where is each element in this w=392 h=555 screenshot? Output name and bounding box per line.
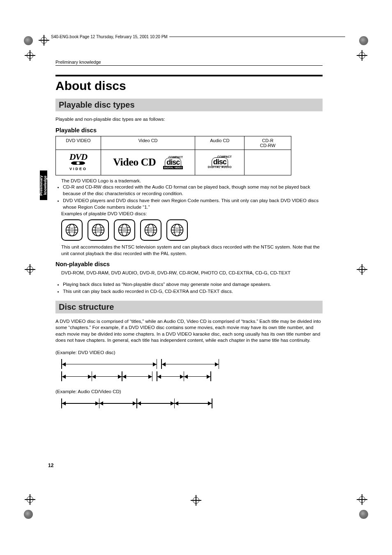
page-number: 12: [48, 463, 53, 468]
print-mark-circle-tr: [359, 36, 368, 45]
cd-structure-diagram: [61, 398, 323, 408]
notes-list-2: Playing back discs listed as “Non-playab…: [63, 281, 323, 295]
registration-mark-icon: [25, 264, 35, 275]
registration-mark-icon: [25, 494, 35, 505]
list-item: CD-R and CD-RW discs recorded with the A…: [63, 184, 323, 197]
registration-mark-icon: [39, 35, 49, 46]
intro-text: Playable and non-playable disc types are…: [55, 116, 323, 123]
dvd-structure-diagram: [61, 359, 323, 381]
region-globe-icon: [88, 219, 109, 241]
page-title: About discs: [55, 79, 323, 93]
list-item: Playing back discs listed as “Non-playab…: [63, 281, 323, 288]
compact-disc-digital-video-logo-icon: COMPACT disc DIGITAL VIDEO: [163, 156, 183, 169]
region-globe-icon: [61, 219, 83, 241]
table-header: Audio CD: [195, 136, 244, 150]
section-heading-structure: Disc structure: [55, 301, 323, 313]
nonplayable-list: DVD-ROM, DVD-RAM, DVD AUDIO, DVD-R, DVD-…: [61, 270, 323, 276]
example-label-2: (Example: Audio CD/Video CD): [55, 389, 323, 395]
region-globe-icon: [140, 219, 161, 241]
notes-list-1: CD-R and CD-RW discs recorded with the A…: [63, 184, 323, 210]
table-header: Video CD: [101, 136, 195, 150]
list-item: DVD VIDEO players and DVD discs have the…: [63, 198, 323, 210]
registration-mark-icon: [25, 50, 35, 61]
examples-label: Examples of playable DVD VIDEO discs:: [61, 211, 323, 216]
title-rule: [55, 75, 323, 76]
region-globe-icon: [114, 219, 135, 241]
table-header: DVD VIDEO: [56, 136, 101, 150]
running-head: Preliminary knowledge: [55, 60, 323, 66]
table-cell-cdr: [244, 150, 291, 175]
side-tab: Preliminary knowledge: [40, 170, 47, 200]
table-header: CD-R CD-RW: [244, 136, 291, 150]
dvd-video-logo-icon: DVD VIDEO: [69, 153, 87, 171]
playable-discs-heading: Playable discs: [55, 127, 323, 134]
section-heading-playable: Playable disc types: [55, 99, 323, 111]
table-cell-audiocd: COMPACT disc DIGITAL AUDIO: [195, 150, 244, 175]
print-mark-circle-bl: [24, 510, 33, 519]
region-globe-icon: [166, 219, 188, 241]
registration-mark-icon: [357, 50, 367, 61]
registration-mark-icon: [357, 494, 367, 505]
nonplayable-heading: Non-playable discs: [55, 261, 323, 267]
region-code-examples: [61, 219, 323, 241]
structure-paragraph: A DVD VIDEO disc is comprised of “titles…: [55, 318, 323, 344]
book-header: S40-ENG.book Page 12 Thursday, February …: [49, 35, 345, 39]
video-cd-logo-icon: Video CD: [113, 156, 156, 168]
book-header-text: S40-ENG.book Page 12 Thursday, February …: [49, 35, 169, 39]
trademark-note: The DVD VIDEO Logo is a trademark.: [61, 178, 323, 184]
table-cell-videocd: Video CD COMPACT disc DIGITAL VIDEO: [101, 150, 195, 175]
example-label-1: (Example: DVD VIDEO disc): [55, 350, 323, 356]
compact-disc-digital-audio-logo-icon: COMPACT disc DIGITAL AUDIO: [208, 155, 232, 168]
registration-mark-icon: [191, 495, 201, 506]
registration-mark-icon: [357, 264, 367, 275]
playable-discs-table: DVD VIDEO Video CD Audio CD CD-R CD-RW D…: [55, 136, 291, 175]
page-content: Preliminary knowledge About discs Playab…: [55, 60, 323, 416]
list-item: This unit can play back audio recorded i…: [63, 288, 323, 295]
print-mark-circle-br: [359, 510, 368, 519]
print-mark-circle-tl: [24, 36, 33, 45]
table-cell-dvd: DVD VIDEO: [56, 150, 101, 175]
ntsc-note: This unit accommodates the NTSC televisi…: [61, 244, 323, 257]
